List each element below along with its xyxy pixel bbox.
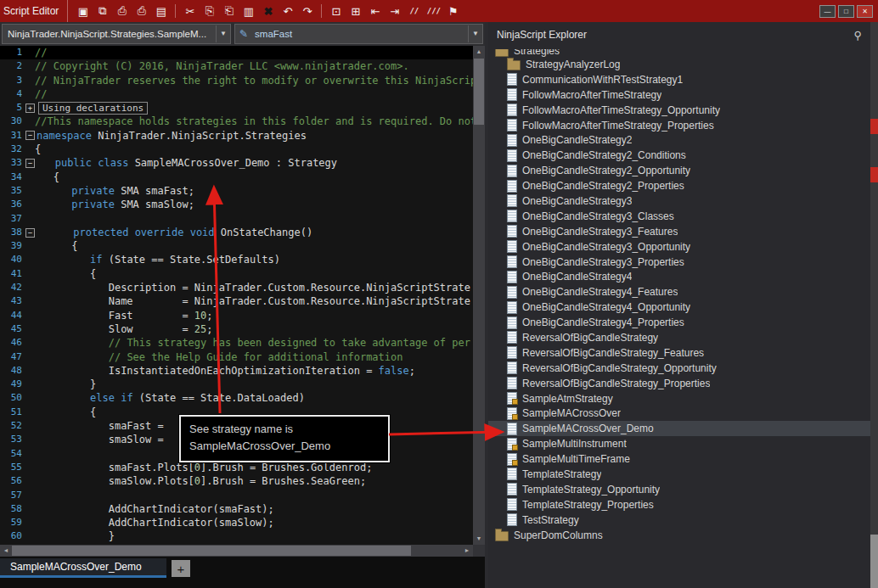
uncomment-selection-icon[interactable]: /// [425, 3, 442, 19]
horizontal-scrollbar-track[interactable] [12, 545, 461, 557]
code-line-50[interactable]: 50 else if (State == State.DataLoaded) [0, 391, 473, 405]
tree-row[interactable]: FollowMacroAfterTimeStrategy [488, 87, 870, 103]
tree-row[interactable]: ReversalOfBigCandleStrategy_Properties [488, 376, 870, 391]
tree-row[interactable]: ReversalOfBigCandleStrategy_Features [488, 345, 870, 361]
fold-toggle-icon[interactable]: − [25, 131, 35, 140]
tree-row[interactable]: OneBigCandleStrategy2_Opportunity [488, 163, 870, 178]
tree-row[interactable]: Strategies [488, 49, 870, 57]
print-icon[interactable]: ⎙ [113, 3, 131, 19]
code-line-31[interactable]: 31−namespace NinjaTrader.NinjaScript.Str… [0, 129, 473, 143]
fold-toggle-icon[interactable]: − [25, 159, 35, 168]
outdent-icon[interactable]: ⇤ [366, 3, 384, 19]
code-line-44[interactable]: 44 Fast = 10; [0, 309, 473, 322]
code-line-45[interactable]: 45 Slow = 25; [0, 322, 473, 336]
tree-row[interactable]: OneBigCandleStrategy3_Classes [488, 209, 870, 224]
tree-row[interactable]: SampleMACrossOver [488, 406, 870, 421]
code-line-60[interactable]: 60 } [0, 529, 473, 543]
compile-icon[interactable]: ⚑ [444, 3, 462, 19]
code-line-41[interactable]: 41 { [0, 267, 473, 281]
member-dropdown[interactable]: ✎ smaFast ▼ [234, 24, 483, 44]
maximize-button[interactable]: □ [838, 5, 854, 18]
code-line-37[interactable]: 37 [0, 212, 473, 226]
fold-toggle-icon[interactable]: + [25, 104, 35, 113]
comment-selection-icon[interactable]: // [405, 3, 423, 19]
tree-row[interactable]: OneBigCandleStrategy4_Opportunity [488, 300, 870, 315]
fold-toggle-icon[interactable]: − [25, 228, 35, 238]
code-line-57[interactable]: 57 [0, 489, 473, 502]
tree-row[interactable]: OneBigCandleStrategy2_Conditions [488, 148, 870, 163]
tree-row[interactable]: FollowMacroAfterTimeStrategy_Opportunity [488, 103, 870, 118]
tree-row[interactable]: OneBigCandleStrategy3_Properties [488, 255, 870, 270]
tree-row[interactable]: CommunicationWithRTestStrategy1 [488, 72, 870, 87]
code-line-42[interactable]: 42 Description = NinjaTrader.Custom.Reso… [0, 281, 473, 294]
copy-icon[interactable]: ⎘ [200, 3, 218, 19]
code-line-34[interactable]: 34 { [0, 171, 473, 184]
undo-icon[interactable]: ↶ [279, 3, 296, 19]
code-line-43[interactable]: 43 Name = NinjaTrader.Custom.Resource.Ni… [0, 294, 473, 308]
tree-row[interactable]: TestStrategy [488, 512, 870, 528]
tree-row[interactable]: OneBigCandleStrategy3_Opportunity [488, 239, 870, 255]
tree-row[interactable]: OneBigCandleStrategy2 [488, 132, 870, 148]
code-line-30[interactable]: 30//This namespace holds strategies in t… [0, 115, 473, 128]
tree-row[interactable]: ReversalOfBigCandleStrategy [488, 330, 870, 345]
code-line-58[interactable]: 58 AddChartIndicator(smaFast); [0, 502, 473, 516]
tree-row[interactable]: TemplateStrategy_Properties [488, 497, 870, 512]
tree-row[interactable]: StrategyAnalyzerLog [488, 57, 870, 72]
tree-row[interactable]: TemplateStrategy_Opportunity [488, 482, 870, 497]
class-dropdown[interactable]: NinjaTrader.NinjaScript.Strategies.Sampl… [2, 24, 231, 44]
redo-icon[interactable]: ↷ [298, 3, 316, 19]
code-snippet-icon[interactable]: ⊡ [327, 3, 345, 19]
scroll-right-icon[interactable]: ► [461, 545, 473, 557]
horizontal-scrollbar[interactable]: ◄ ► [0, 545, 485, 557]
code-line-56[interactable]: 56 smaSlow.Plots[0].Brush = Brushes.SeaG… [0, 474, 473, 488]
code-wizard-icon[interactable]: ⊞ [346, 3, 364, 19]
chevron-down-icon[interactable]: ▼ [216, 25, 230, 42]
code-editor[interactable]: 1//2// Copyright (C) 2016, NinjaTrader L… [0, 46, 485, 545]
tree-row[interactable]: ReversalOfBigCandleStrategy_Opportunity [488, 361, 870, 376]
code-line-33[interactable]: 33− public class SampleMACrossOver_Demo … [0, 156, 473, 170]
tree-row[interactable]: OneBigCandleStrategy4_Properties [488, 315, 870, 330]
save-icon[interactable]: ▣ [74, 3, 92, 19]
code-line-49[interactable]: 49 } [0, 378, 473, 391]
page-display-icon[interactable]: ▤ [152, 3, 170, 19]
tree-row[interactable]: SampleMultiInstrument [488, 436, 870, 451]
code-line-38[interactable]: 38− protected override void OnStateChang… [0, 226, 473, 239]
code-line-5[interactable]: 5+Using declarations [0, 101, 473, 115]
code-line-40[interactable]: 40 if (State == State.SetDefaults) [0, 253, 473, 266]
tree-row[interactable]: SampleMultiTimeFrame [488, 451, 870, 467]
code-line-39[interactable]: 39 { [0, 239, 473, 253]
tree-row[interactable]: FollowMacroAfterTimeStrategy_Properties [488, 118, 870, 133]
collapsed-region[interactable]: Using declarations [38, 102, 148, 115]
tree-row[interactable]: SampleMACrossOver_Demo [488, 421, 870, 436]
code-line-55[interactable]: 55 smaFast.Plots[0].Brush = Brushes.Gold… [0, 461, 473, 474]
chevron-down-icon[interactable]: ▼ [468, 25, 482, 42]
vertical-scrollbar-thumb[interactable] [474, 59, 484, 125]
horizontal-scrollbar-thumb[interactable] [12, 546, 411, 556]
code-line-35[interactable]: 35 private SMA smaFast; [0, 184, 473, 198]
paste-append-icon[interactable]: ▥ [239, 3, 257, 19]
pin-icon[interactable]: ⚲ [853, 29, 862, 42]
vertical-scrollbar[interactable]: ▲ ▼ [473, 46, 485, 545]
minimize-button[interactable]: — [819, 5, 836, 18]
code-line-48[interactable]: 48 IsInstantiatedOnEachOptimizationItera… [0, 364, 473, 378]
indent-icon[interactable]: ⇥ [386, 3, 403, 19]
tree-row[interactable]: SuperDomColumns [488, 528, 870, 543]
paste-icon[interactable]: ⎗ [220, 3, 238, 19]
tree-row[interactable]: OneBigCandleStrategy2_Properties [488, 178, 870, 193]
code-line-59[interactable]: 59 AddChartIndicator(smaSlow); [0, 516, 473, 529]
code-line-3[interactable]: 3// NinjaTrader reserves the right to mo… [0, 74, 473, 87]
code-line-4[interactable]: 4// [0, 87, 473, 101]
cut-icon[interactable]: ✂ [181, 3, 199, 19]
close-button[interactable]: ✕ [857, 5, 873, 18]
delete-icon[interactable]: ✖ [259, 3, 277, 19]
tree-row[interactable]: TemplateStrategy [488, 467, 870, 482]
code-line-2[interactable]: 2// Copyright (C) 2016, NinjaTrader LLC … [0, 59, 473, 73]
code-line-1[interactable]: 1// [0, 46, 473, 59]
tree-row[interactable]: OneBigCandleStrategy4 [488, 269, 870, 284]
scroll-up-icon[interactable]: ▲ [473, 46, 485, 58]
tree-row[interactable]: OneBigCandleStrategy3 [488, 193, 870, 209]
code-line-36[interactable]: 36 private SMA smaSlow; [0, 198, 473, 211]
tree-row[interactable]: SampleAtmStrategy [488, 391, 870, 406]
scroll-left-icon[interactable]: ◄ [0, 545, 12, 557]
code-line-46[interactable]: 46 // This strategy has been designed to… [0, 336, 473, 350]
